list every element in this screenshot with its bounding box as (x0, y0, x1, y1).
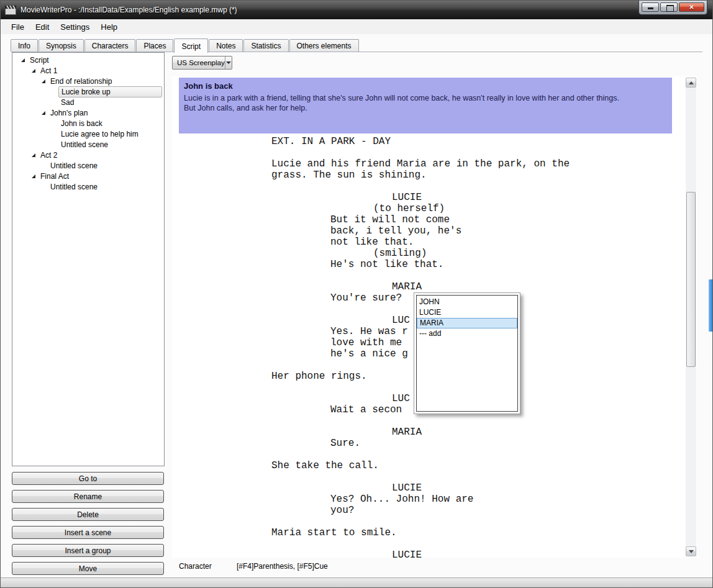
character-list-item[interactable]: JOHN (417, 297, 517, 307)
expand-arrow-icon[interactable] (20, 57, 27, 63)
tree-item[interactable]: Act 1 (12, 65, 164, 76)
scene-description: Lucie is in a park with a friend, tellin… (179, 93, 672, 103)
script-line[interactable]: Sure. (179, 438, 672, 449)
menu-item[interactable]: Edit (30, 20, 55, 34)
script-line[interactable] (179, 415, 672, 427)
tab[interactable]: Places (136, 39, 173, 52)
tree-item-label: Untitled scene (48, 161, 100, 171)
script-line[interactable]: back, i tell you, he's (179, 225, 672, 237)
minimize-button[interactable] (642, 2, 659, 12)
tree-item-label: Final Act (38, 171, 71, 181)
scroll-down-icon[interactable] (686, 546, 696, 556)
menu-item[interactable]: Settings (55, 20, 95, 34)
script-line[interactable] (179, 471, 672, 482)
tree-item-label: Script (27, 55, 52, 65)
scroll-up-icon[interactable] (686, 78, 696, 88)
action-button[interactable]: Insert a scene (12, 526, 164, 539)
maximize-button[interactable] (660, 2, 678, 12)
script-line[interactable]: grass. The sun is shining. (179, 170, 672, 181)
window-title: MovieWriterPro - :/InstallData/Examples/… (20, 6, 237, 14)
app-icon (5, 6, 16, 15)
script-line[interactable]: He's not like that. (179, 259, 672, 270)
tree-item[interactable]: Untitled scene (12, 139, 164, 150)
tab[interactable]: Characters (84, 39, 136, 52)
action-button[interactable]: Rename (12, 490, 164, 503)
expand-arrow-icon[interactable] (41, 78, 48, 84)
format-select[interactable]: US Screenplay (172, 56, 232, 70)
tree-item-label: Act 2 (38, 150, 60, 160)
tab[interactable]: Info (11, 39, 38, 52)
editor-scrollbar[interactable] (686, 78, 696, 556)
outline-actions: Go toRenameDeleteInsert a sceneInsert a … (12, 472, 164, 575)
action-button[interactable]: Delete (12, 508, 164, 521)
script-line[interactable]: Yes? Oh... John! How are (179, 494, 672, 505)
action-button[interactable]: Go to (12, 472, 164, 485)
character-list-item[interactable]: MARIA (417, 318, 517, 328)
script-line[interactable] (179, 516, 672, 527)
script-line[interactable]: LUCIE (179, 550, 672, 558)
script-line[interactable]: (to herself) (179, 203, 672, 214)
character-list-item[interactable]: --- add (417, 328, 517, 339)
tree-item-label: Untitled scene (58, 140, 111, 150)
script-line[interactable]: not like that. (179, 237, 672, 248)
scene-outline-tree: Script Act 1 End of relationship Lucie b… (12, 52, 165, 466)
script-line[interactable]: But it will not come (179, 214, 672, 225)
menu-item[interactable]: Help (95, 20, 123, 34)
tree-item[interactable]: Act 2 (12, 150, 164, 160)
script-line[interactable] (179, 147, 672, 158)
tree-item[interactable]: End of relationship (12, 76, 164, 86)
script-line[interactable] (179, 538, 672, 550)
tree-item[interactable]: Script (12, 55, 164, 65)
tree-item[interactable]: John's plan (12, 107, 164, 118)
tab[interactable]: Script (174, 38, 208, 53)
tree-item-label: Lucie broke up (58, 86, 162, 97)
tab[interactable]: Others elements (289, 39, 359, 52)
window-controls (638, 1, 707, 15)
character-list: JOHNLUCIEMARIA--- add (416, 295, 518, 412)
tree-item[interactable]: Untitled scene (12, 181, 164, 192)
tree-item[interactable]: Final Act (12, 171, 164, 181)
script-line[interactable]: Maria start to smile. (179, 527, 672, 538)
script-line[interactable]: EXT. IN A PARK - DAY (179, 136, 672, 147)
tree-item[interactable]: Untitled scene (12, 160, 164, 171)
tree-item[interactable]: Lucie broke up (12, 86, 164, 97)
tree-item[interactable]: Lucie agree to help him (12, 129, 164, 139)
expand-arrow-icon[interactable] (31, 67, 38, 74)
screen-edge-accent (709, 279, 713, 332)
tree-item[interactable]: John is back (12, 118, 164, 129)
titlebar[interactable]: MovieWriterPro - :/InstallData/Examples/… (1, 1, 712, 19)
window-frame-bottom (1, 577, 712, 588)
tree-item-label: John is back (58, 119, 105, 129)
scrollbar-thumb[interactable] (686, 192, 696, 367)
script-line[interactable]: She take the call. (179, 460, 672, 471)
script-line[interactable]: Lucie and his friend Maria are in the pa… (179, 158, 672, 170)
tab[interactable]: Synopsis (39, 39, 84, 52)
tab[interactable]: Notes (209, 39, 243, 52)
character-list-item[interactable]: LUCIE (417, 307, 517, 318)
expand-arrow-icon[interactable] (41, 109, 48, 116)
menu-item[interactable]: File (6, 20, 30, 34)
tree-item[interactable]: Sad (12, 97, 164, 107)
script-line[interactable] (179, 270, 672, 281)
script-line[interactable] (179, 181, 672, 192)
script-line[interactable]: MARIA (179, 427, 672, 438)
character-autocomplete-popup: JOHNLUCIEMARIA--- add (414, 292, 520, 414)
tab[interactable]: Statistics (243, 39, 288, 52)
expand-arrow-icon[interactable] (31, 152, 38, 158)
script-line[interactable]: LUCIE (179, 192, 672, 203)
tree-item-label: Untitled scene (48, 182, 100, 192)
expand-arrow-icon[interactable] (31, 173, 38, 179)
script-line[interactable]: LUCIE (179, 482, 672, 494)
chevron-down-icon[interactable] (225, 57, 232, 69)
script-line[interactable]: MARIA (179, 281, 672, 292)
close-button[interactable] (679, 2, 704, 12)
action-button[interactable]: Insert a group (12, 544, 164, 557)
script-line[interactable]: (smiling) (179, 248, 672, 259)
scene-header[interactable]: John is back Lucie is in a park with a f… (179, 78, 672, 133)
script-editor[interactable]: John is back Lucie is in a park with a f… (172, 76, 697, 558)
format-select-value: US Screenplay (173, 59, 225, 66)
tree-item-label: Act 1 (38, 66, 60, 76)
script-line[interactable]: you? (179, 505, 672, 516)
action-button[interactable]: Move (12, 562, 164, 575)
script-line[interactable] (179, 449, 672, 460)
